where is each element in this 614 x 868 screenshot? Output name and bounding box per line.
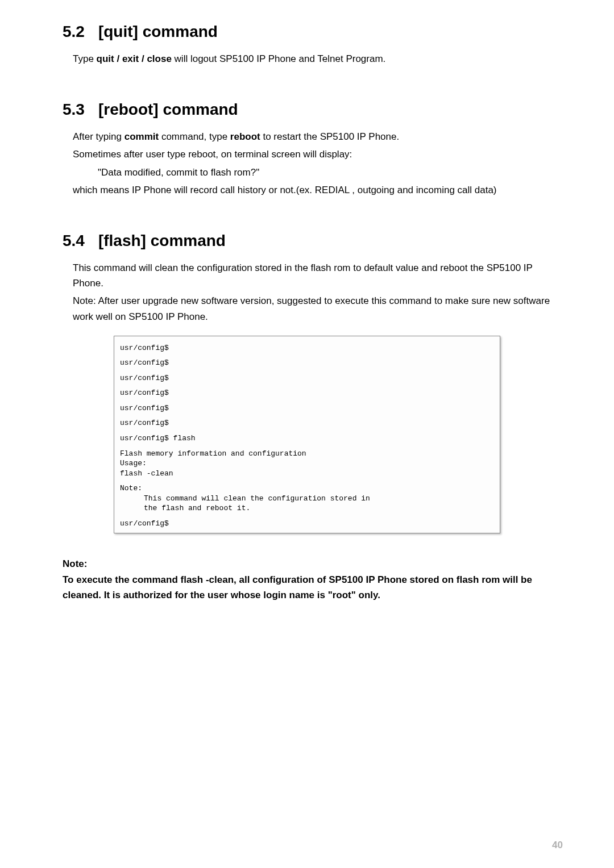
text: This command will clean the configuratio… [73, 260, 563, 291]
text: will logout SP5100 IP Phone and Telnet P… [172, 53, 385, 64]
section-body-5-2: Type quit / exit / close will logout SP5… [73, 51, 563, 66]
section-number: 5.3 [63, 101, 85, 119]
section-heading-5-3: 5.3 [reboot] command [63, 101, 563, 119]
note-text: To execute the command flash -clean, all… [63, 572, 563, 603]
terminal-line: usr/config$ [120, 388, 494, 398]
section-title: [reboot] command [98, 101, 238, 119]
section-number: 5.4 [63, 232, 85, 250]
terminal-line: Flash memory information and configurati… [120, 449, 494, 459]
section-5-4: 5.4 [flash] command This command will cl… [63, 232, 563, 533]
text: command, type [159, 131, 230, 142]
text: which means IP Phone will record call hi… [73, 182, 563, 198]
terminal-output: usr/config$ usr/config$ usr/config$ usr/… [114, 336, 500, 534]
section-5-2: 5.2 [quit] command Type quit / exit / cl… [63, 23, 563, 66]
terminal-line: the flash and reboot it. [144, 503, 494, 514]
terminal-line: usr/config$ [120, 343, 494, 353]
text: Sometimes after user type reboot, on ter… [73, 147, 563, 162]
terminal-line: usr/config$ [120, 418, 494, 428]
section-body-5-3: After typing commit command, type reboot… [73, 129, 563, 198]
text: Type [73, 53, 97, 64]
note-label: Note: [63, 556, 563, 571]
terminal-line: flash -clean [120, 469, 494, 479]
section-5-3: 5.3 [reboot] command After typing commit… [63, 101, 563, 198]
text: ote: After user upgrade new software ver… [73, 295, 550, 322]
section-heading-5-2: 5.2 [quit] command [63, 23, 563, 41]
section-title: [quit] command [98, 23, 218, 41]
terminal-line: Note: [120, 483, 494, 494]
page-number: 40 [552, 840, 563, 851]
terminal-line: Usage: [120, 458, 494, 469]
section-title: [flash] command [98, 232, 226, 250]
terminal-line: usr/config$ [120, 403, 494, 414]
terminal-line: usr/config$ flash [120, 433, 494, 444]
text: N [73, 295, 80, 306]
text-bold: commit [125, 131, 159, 142]
text: to restart the SP5100 IP Phone. [260, 131, 399, 142]
terminal-line: This command will clean the configuratio… [144, 494, 494, 504]
note-block: Note: To execute the command flash -clea… [63, 556, 563, 603]
text-bold: quit / exit / close [97, 53, 172, 64]
section-heading-5-4: 5.4 [flash] command [63, 232, 563, 250]
section-body-5-4: This command will clean the configuratio… [73, 260, 563, 324]
text-bold: reboot [230, 131, 260, 142]
terminal-line: usr/config$ [120, 373, 494, 383]
terminal-line: usr/config$ [120, 358, 494, 368]
text: After typing [73, 131, 125, 142]
text-indented: "Data modified, commit to flash rom?" [98, 165, 563, 180]
section-number: 5.2 [63, 23, 85, 41]
terminal-line: usr/config$ [120, 519, 494, 529]
